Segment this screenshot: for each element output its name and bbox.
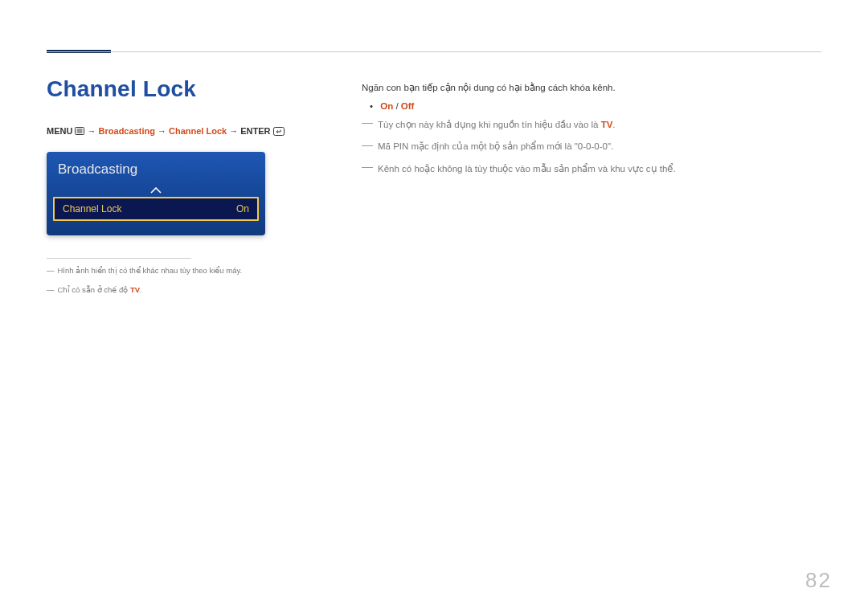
slash: / [393, 101, 401, 111]
on-off-line: • On / Off [362, 101, 821, 111]
path-arrow-2: → [158, 126, 169, 136]
footnote-2-suffix: . [140, 285, 142, 294]
note-dash-icon [362, 123, 373, 124]
osd-row-value: On [236, 203, 249, 215]
on-label: On [380, 101, 393, 111]
path-broadcasting: Broadcasting [99, 126, 155, 136]
footnote-2: ―Chỉ có sẵn ở chế độ TV. [47, 284, 256, 296]
menu-icon [75, 127, 84, 137]
osd-row-label: Channel Lock [63, 203, 121, 215]
menu-path: MENU → Broadcasting → Channel Lock → ENT… [47, 126, 312, 137]
path-arrow-1: → [88, 126, 99, 136]
bullet-dot: • [370, 101, 373, 111]
path-enter-label: ENTER [240, 126, 270, 136]
note-1-suffix: . [612, 120, 615, 129]
path-channel-lock: Channel Lock [169, 126, 227, 136]
note-3-text: Kênh có hoặc không là tùy thuộc vào mẫu … [378, 164, 676, 174]
footnote-1: ―Hình ảnh hiển thị có thể khác nhau tùy … [47, 265, 256, 276]
footnote-divider [47, 258, 191, 259]
note-1: Tùy chọn này khả dụng khi nguồn tín hiệu… [362, 117, 821, 133]
path-menu-label: MENU [47, 126, 72, 136]
page-title: Channel Lock [47, 76, 312, 102]
lead-text: Ngăn con bạn tiếp cận nội dung có hại bằ… [362, 80, 821, 96]
enter-icon [273, 127, 285, 137]
osd-up-arrow[interactable] [47, 182, 265, 194]
footnote-2-tv: TV [130, 285, 140, 294]
footnote-2-prefix: Chỉ có sẵn ở chế độ [58, 285, 130, 294]
note-dash-icon [362, 145, 373, 146]
osd-title: Broadcasting [47, 161, 265, 182]
page: Channel Lock MENU → Broadcasting → Chann… [0, 0, 868, 613]
footnotes: ―Hình ảnh hiển thị có thể khác nhau tùy … [47, 258, 256, 296]
path-arrow-3: → [229, 126, 240, 136]
note-2: Mã PIN mặc định của một bộ sản phẩm mới … [362, 139, 821, 155]
right-column: Ngăn con bạn tiếp cận nội dung có hại bằ… [362, 80, 821, 177]
note-2-text: Mã PIN mặc định của một bộ sản phẩm mới … [378, 141, 613, 151]
osd-row-channel-lock[interactable]: Channel Lock On [53, 197, 259, 221]
footnote-dash: ― [47, 285, 55, 294]
note-dash-icon [362, 167, 373, 168]
osd-panel: Broadcasting Channel Lock On [47, 152, 265, 235]
footnote-dash: ― [47, 266, 55, 275]
header-divider [47, 51, 821, 52]
left-column: Channel Lock MENU → Broadcasting → Chann… [47, 76, 312, 304]
off-label: Off [401, 101, 415, 111]
footnote-1-text: Hình ảnh hiển thị có thể khác nhau tùy t… [58, 266, 243, 275]
note-3: Kênh có hoặc không là tùy thuộc vào mẫu … [362, 161, 821, 178]
note-1-prefix: Tùy chọn này khả dụng khi nguồn tín hiệu… [378, 120, 601, 129]
note-1-tv: TV [601, 120, 613, 129]
page-number: 82 [805, 568, 832, 593]
